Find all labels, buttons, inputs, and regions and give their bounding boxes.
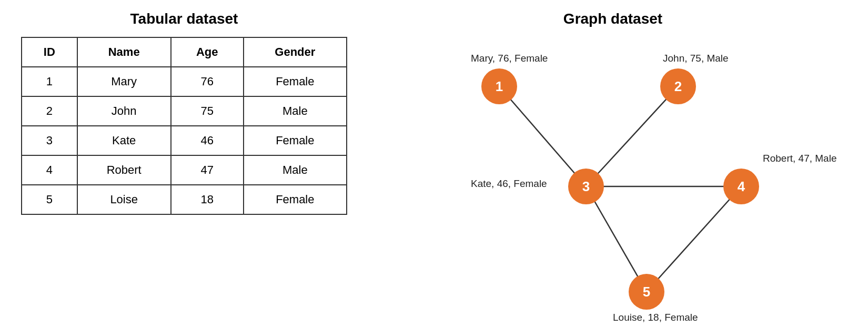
cell-name: Kate xyxy=(77,126,171,155)
cell-name: Mary xyxy=(77,67,171,96)
cell-name: John xyxy=(77,96,171,126)
col-id: ID xyxy=(22,37,77,67)
graph-edge xyxy=(586,86,678,186)
col-age: Age xyxy=(171,37,244,67)
cell-id: 5 xyxy=(22,185,77,214)
tabular-title: Tabular dataset xyxy=(130,11,238,27)
cell-age: 47 xyxy=(171,155,244,185)
cell-id: 4 xyxy=(22,155,77,185)
cell-name: Robert xyxy=(77,155,171,185)
cell-gender: Female xyxy=(244,126,347,155)
tabular-section: Tabular dataset ID Name Age Gender 1Mary… xyxy=(21,11,347,215)
graph-section: Graph dataset 1Mary, 76, Female2John, 75… xyxy=(347,11,847,332)
graph-edge xyxy=(647,186,741,292)
graph-node-1: 1 xyxy=(481,68,517,104)
cell-gender: Female xyxy=(244,185,347,214)
graph-node-5: 5 xyxy=(629,274,664,310)
graph-node-label-3: Kate, 46, Female xyxy=(471,178,547,190)
table-row: 4Robert47Male xyxy=(22,155,347,185)
cell-gender: Male xyxy=(244,96,347,126)
graph-node-label-5: Louise, 18, Female xyxy=(613,312,698,323)
data-table: ID Name Age Gender 1Mary76Female2John75M… xyxy=(21,37,347,215)
cell-age: 18 xyxy=(171,185,244,214)
table-row: 3Kate46Female xyxy=(22,126,347,155)
col-name: Name xyxy=(77,37,171,67)
cell-id: 1 xyxy=(22,67,77,96)
cell-age: 75 xyxy=(171,96,244,126)
graph-node-label-1: Mary, 76, Female xyxy=(471,53,548,64)
graph-title: Graph dataset xyxy=(563,11,662,27)
graph-node-4: 4 xyxy=(723,169,759,204)
cell-age: 76 xyxy=(171,67,244,96)
cell-gender: Female xyxy=(244,67,347,96)
main-container: Tabular dataset ID Name Age Gender 1Mary… xyxy=(0,0,868,336)
cell-gender: Male xyxy=(244,155,347,185)
cell-id: 3 xyxy=(22,126,77,155)
graph-node-label-4: Robert, 47, Male xyxy=(763,153,836,164)
graph-node-3: 3 xyxy=(568,169,604,204)
cell-name: Loise xyxy=(77,185,171,214)
table-row: 2John75Male xyxy=(22,96,347,126)
cell-age: 46 xyxy=(171,126,244,155)
cell-id: 2 xyxy=(22,96,77,126)
col-gender: Gender xyxy=(244,37,347,67)
graph-node-2: 2 xyxy=(660,68,696,104)
table-row: 5Loise18Female xyxy=(22,185,347,214)
table-row: 1Mary76Female xyxy=(22,67,347,96)
graph-node-label-2: John, 75, Male xyxy=(663,53,729,64)
graph-canvas: 1Mary, 76, Female2John, 75, Male3Kate, 4… xyxy=(434,37,792,332)
graph-edge xyxy=(499,86,586,186)
table-header-row: ID Name Age Gender xyxy=(22,37,347,67)
